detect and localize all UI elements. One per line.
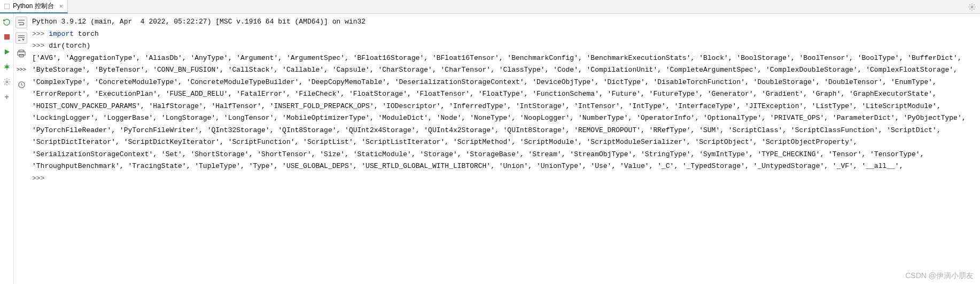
tab-title: Python 控制台: [13, 2, 54, 11]
add-icon[interactable]: +: [2, 92, 12, 102]
scroll-to-end-button[interactable]: [15, 32, 27, 44]
svg-rect-21: [19, 55, 24, 57]
watermark: CSDN @伊滴小朋友: [905, 271, 974, 281]
svg-rect-20: [18, 52, 25, 55]
gear-button[interactable]: [967, 2, 977, 12]
svg-line-9: [4, 67, 5, 68]
svg-point-4: [5, 65, 9, 68]
svg-line-7: [4, 66, 5, 66]
svg-marker-18: [22, 39, 25, 41]
banner-line: Python 3.9.12 (main, Apr 4 2022, 05:22:2…: [32, 18, 365, 26]
console-toolbar: >>>: [14, 14, 29, 284]
left-toolbar: +: [0, 14, 14, 284]
history-icon[interactable]: [15, 79, 27, 90]
dir-output: ['AVG', 'AggregationType', 'AliasDb', 'A…: [32, 54, 970, 171]
svg-line-8: [8, 66, 9, 66]
debug-icon[interactable]: [2, 62, 12, 72]
svg-marker-14: [19, 24, 21, 26]
soft-wrap-button[interactable]: [15, 17, 27, 28]
tab-close-icon[interactable]: ×: [59, 3, 63, 10]
prompt-toggle-icon[interactable]: >>>: [15, 63, 27, 75]
run-icon[interactable]: [2, 47, 12, 57]
main-area: + >>> Python 3.9.12 (main, Apr 4 2022, 0…: [0, 14, 980, 284]
prompt: >>>: [32, 42, 44, 50]
svg-rect-2: [4, 34, 10, 40]
keyword-import: import: [49, 30, 74, 38]
prompt: >>>: [32, 30, 44, 38]
settings-icon[interactable]: [2, 77, 12, 87]
svg-marker-3: [5, 49, 10, 55]
prompt-empty: >>>: [32, 174, 44, 182]
svg-rect-0: [4, 4, 10, 9]
input-line-2: dir(torch): [49, 42, 90, 50]
svg-point-1: [971, 6, 973, 8]
tab-bar: Python 控制台 ×: [0, 0, 980, 14]
printer-icon[interactable]: [15, 48, 27, 59]
tab-python-console[interactable]: Python 控制台 ×: [0, 0, 68, 13]
rerun-icon[interactable]: [2, 17, 12, 27]
stop-icon[interactable]: [2, 32, 12, 42]
svg-point-11: [6, 81, 8, 83]
import-target: torch: [74, 30, 99, 38]
console-output[interactable]: Python 3.9.12 (main, Apr 4 2022, 05:22:2…: [29, 14, 980, 284]
python-console-icon: [4, 4, 10, 9]
svg-line-10: [8, 67, 9, 68]
